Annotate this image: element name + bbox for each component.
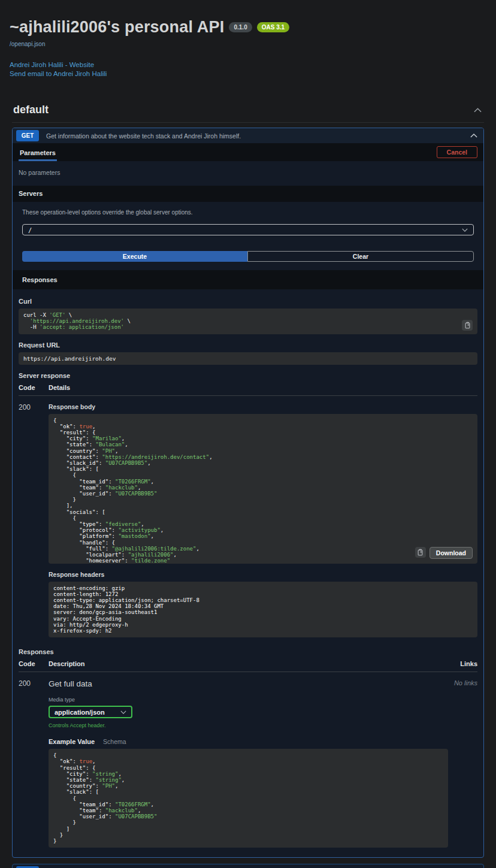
operation-description: Get information about the website tech s… bbox=[46, 132, 241, 140]
chevron-down-icon bbox=[462, 228, 468, 232]
code-column-header: Code bbox=[19, 384, 49, 391]
tag-section-default[interactable]: default bbox=[12, 104, 484, 123]
request-url-label: Request URL bbox=[19, 341, 477, 349]
response-body-label: Response body bbox=[49, 403, 477, 410]
tab-parameters[interactable]: Parameters bbox=[19, 144, 57, 161]
media-type-label: Media type bbox=[49, 697, 441, 703]
code-column-header: Code bbox=[19, 660, 49, 667]
operation-summary[interactable]: GET Get information about the website te… bbox=[13, 128, 483, 143]
response-body: { "ok": true, "result": { "city": "Maril… bbox=[49, 414, 477, 564]
opblock-get-me[interactable]: GET /me Get Andrei Jiroh's socials and m… bbox=[12, 864, 484, 868]
server-response-row: 200 Response body { "ok": true, "result"… bbox=[19, 396, 477, 638]
request-url-value: https://api.andreijiroh.dev bbox=[19, 352, 477, 365]
email-link[interactable]: Send email to Andrei Jiroh Halili bbox=[10, 69, 484, 78]
website-link[interactable]: Andrei Jiroh Halili - Website bbox=[10, 61, 484, 69]
chevron-down-icon bbox=[120, 710, 126, 714]
oas-badge: OAS 3.1 bbox=[257, 22, 289, 32]
download-button[interactable]: Download bbox=[430, 547, 473, 559]
chevron-up-icon[interactable] bbox=[470, 134, 477, 138]
page-title: ~ajhalili2006's personal API bbox=[10, 18, 224, 37]
server-response-table-header: Code Details bbox=[19, 384, 477, 396]
controls-accept-note: Controls Accept header. bbox=[49, 722, 441, 728]
copy-icon[interactable] bbox=[415, 547, 426, 558]
links-column-header: Links bbox=[441, 660, 477, 667]
response-doc-row: 200 Get full data Media type application… bbox=[19, 672, 477, 848]
chevron-up-icon[interactable] bbox=[474, 108, 482, 113]
version-badge: 0.1.0 bbox=[229, 22, 252, 32]
method-badge-get: GET bbox=[16, 130, 39, 141]
no-parameters-text: No parameters bbox=[13, 161, 483, 186]
responses-heading: Responses bbox=[13, 270, 483, 289]
status-code: 200 bbox=[19, 679, 49, 848]
media-type-select[interactable]: application/json bbox=[49, 706, 132, 718]
curl-command: curl -X 'GET' \ 'https://api.andreijiroh… bbox=[19, 309, 477, 334]
servers-heading: Servers bbox=[13, 186, 483, 202]
response-headers: content-encoding: gzip content-length: 1… bbox=[49, 582, 477, 638]
opblock-root-get: GET Get information about the website te… bbox=[12, 128, 484, 858]
clear-button[interactable]: Clear bbox=[247, 251, 474, 262]
status-code: 200 bbox=[19, 403, 49, 638]
response-headers-label: Response headers bbox=[49, 571, 477, 578]
tab-schema[interactable]: Schema bbox=[103, 738, 126, 745]
response-description: Get full data bbox=[49, 679, 441, 688]
media-type-value: application/json bbox=[55, 709, 105, 716]
copy-icon[interactable] bbox=[462, 320, 473, 331]
server-response-label: Server response bbox=[19, 372, 477, 379]
responses-doc-label: Responses bbox=[19, 648, 477, 655]
curl-label: Curl bbox=[19, 298, 477, 305]
tab-example-value[interactable]: Example Value bbox=[49, 738, 95, 745]
cancel-button[interactable]: Cancel bbox=[437, 146, 477, 158]
description-column-header: Description bbox=[49, 660, 441, 667]
api-info-section: ~ajhalili2006's personal API 0.1.0 OAS 3… bbox=[0, 0, 496, 78]
responses-table-header: Code Description Links bbox=[19, 660, 477, 672]
openapi-spec-link[interactable]: /openapi.json bbox=[10, 41, 46, 47]
details-column-header: Details bbox=[49, 384, 477, 391]
server-select[interactable]: / bbox=[22, 224, 474, 235]
tag-title: default bbox=[13, 104, 49, 116]
server-select-value: / bbox=[28, 226, 32, 234]
example-value: { "ok": true, "result": { "city": "strin… bbox=[49, 749, 448, 848]
execute-button[interactable]: Execute bbox=[22, 251, 247, 262]
servers-note: These operation-level options override t… bbox=[22, 209, 474, 216]
